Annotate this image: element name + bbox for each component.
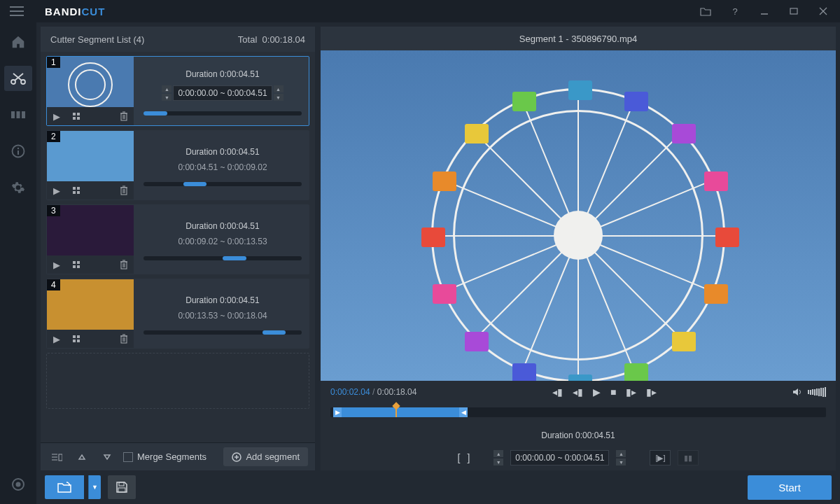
play-icon[interactable]: ▶ [593, 386, 601, 398]
svg-point-15 [16, 482, 21, 487]
open-file-button[interactable] [45, 475, 84, 499]
home-icon[interactable] [4, 29, 32, 55]
timeline-track[interactable]: ▶ ◀ [330, 407, 826, 417]
settings-icon[interactable] [4, 175, 32, 200]
svg-rect-13 [18, 150, 19, 155]
timeline-start-handle[interactable]: ▶ [333, 407, 342, 417]
seg-thumb[interactable]: 4 [47, 279, 134, 330]
list-delete-icon[interactable] [48, 448, 66, 466]
seg-duration: Duration 0:00:04.51 [144, 147, 302, 157]
seg-duration: Duration 0:00:04.51 [144, 69, 302, 79]
range-start-spinner[interactable]: ▲▼ [493, 449, 503, 466]
range-input[interactable]: 0:00:00.00 ~ 0:00:04.51 [510, 450, 609, 465]
segment-placeholder [46, 353, 309, 409]
svg-rect-28 [77, 191, 80, 194]
seg-play-icon[interactable]: ▶ [47, 181, 66, 200]
segment-item[interactable]: 3 ▶ Duration 0:00:04.51 0:00:09.02 ~ 0:0… [46, 204, 309, 274]
maximize-icon[interactable] [780, 0, 808, 22]
move-up-icon[interactable] [73, 448, 91, 466]
set-end-icon[interactable]: ] [467, 452, 470, 463]
app-logo: BANDICUT [45, 6, 105, 18]
close-icon[interactable] [809, 0, 837, 22]
seg-start-spin[interactable]: ▲▼ [162, 85, 172, 102]
record-icon[interactable] [4, 472, 32, 497]
seg-grid-icon[interactable] [66, 107, 86, 125]
segment-duration-label: Duration 0:00:04.51 [321, 426, 836, 445]
seg-delete-icon[interactable] [114, 107, 134, 125]
segment-total-label: Total 0:00:18.04 [238, 34, 305, 45]
prev-keyframe-icon[interactable]: ◂▮ [552, 386, 563, 398]
move-down-icon[interactable] [98, 448, 116, 466]
segment-item[interactable]: 2 ▶ Duration 0:00:04.51 0:00:04.51 ~ 0:0… [46, 130, 309, 200]
seg-range: 0:00:09.02 ~ 0:00:13.53 [144, 237, 302, 246]
seg-grid-icon[interactable] [66, 330, 86, 348]
svg-rect-19 [77, 117, 80, 120]
open-folder-icon[interactable] [692, 0, 720, 22]
video-preview[interactable] [321, 50, 836, 381]
minimize-icon[interactable] [750, 0, 778, 22]
seg-thumb[interactable]: 2 [47, 131, 134, 181]
exclude-range-button[interactable]: ▮▮ [678, 450, 699, 465]
seg-range-input[interactable]: 0:00:00.00 ~ 0:00:04.51 [173, 85, 272, 101]
seg-play-icon[interactable]: ▶ [47, 107, 66, 125]
next-keyframe-icon[interactable]: ▮▸ [646, 386, 657, 398]
play-range-button[interactable]: [▶] [650, 450, 671, 465]
svg-rect-45 [73, 340, 76, 342]
stop-icon[interactable]: ■ [610, 386, 616, 398]
seg-play-icon[interactable]: ▶ [47, 330, 66, 348]
segment-item[interactable]: 1 ▶ Duration 0:00:04.51 ▲▼0:00:00.00 ~ 0… [46, 56, 309, 126]
next-frame-icon[interactable]: ▮▸ [626, 386, 636, 398]
seg-thumb[interactable]: 3 [47, 205, 134, 255]
svg-line-7 [13, 74, 22, 80]
seg-thumb[interactable]: 1 [47, 57, 134, 107]
info-icon[interactable] [4, 139, 32, 164]
seg-duration: Duration 0:00:04.51 [144, 295, 302, 305]
svg-rect-34 [73, 261, 76, 264]
svg-rect-60 [118, 488, 125, 492]
seg-play-icon[interactable]: ▶ [47, 255, 66, 274]
join-icon[interactable] [4, 102, 32, 127]
seg-delete-icon[interactable] [114, 181, 134, 200]
add-segment-button[interactable]: Add segment [223, 447, 308, 466]
volume-control[interactable] [792, 387, 826, 397]
svg-rect-36 [73, 265, 76, 268]
save-button[interactable] [108, 475, 136, 499]
set-start-icon[interactable]: [ [458, 452, 461, 463]
start-button[interactable]: Start [748, 475, 832, 500]
svg-rect-25 [73, 187, 76, 190]
svg-rect-17 [77, 113, 80, 115]
open-dropdown-button[interactable]: ▼ [88, 475, 101, 499]
svg-rect-10 [22, 111, 25, 118]
svg-rect-8 [11, 111, 15, 118]
menu-button[interactable] [3, 0, 31, 22]
svg-rect-29 [121, 188, 127, 195]
timeline-end-handle[interactable]: ◀ [459, 407, 468, 417]
seg-range: 0:00:04.51 ~ 0:00:09.02 [144, 162, 302, 172]
svg-rect-16 [73, 113, 76, 115]
range-end-spinner[interactable]: ▲▼ [616, 449, 626, 466]
help-icon[interactable]: ? [721, 0, 749, 22]
svg-rect-44 [77, 335, 80, 338]
svg-rect-18 [73, 117, 76, 120]
prev-frame-icon[interactable]: ◂▮ [573, 386, 583, 398]
cut-icon[interactable] [4, 66, 32, 91]
playback-time: 0:00:02.04 / 0:00:18.04 [330, 387, 416, 397]
seg-range: 0:00:13.53 ~ 0:00:18.04 [144, 311, 302, 321]
seg-progress [144, 182, 302, 186]
seg-grid-icon[interactable] [66, 181, 86, 200]
segment-item[interactable]: 4 ▶ Duration 0:00:04.51 0:00:13.53 ~ 0:0… [46, 279, 309, 349]
seg-end-spin[interactable]: ▲▼ [274, 85, 284, 102]
svg-line-6 [15, 74, 23, 80]
seg-number: 3 [47, 205, 60, 216]
seg-delete-icon[interactable] [114, 330, 134, 348]
seg-number: 4 [47, 279, 60, 290]
seg-grid-icon[interactable] [66, 255, 86, 274]
merge-segments-checkbox[interactable]: Merge Segments [123, 451, 206, 462]
svg-rect-55 [59, 454, 62, 461]
svg-rect-35 [77, 261, 80, 264]
svg-rect-46 [77, 340, 80, 342]
svg-point-12 [18, 148, 19, 149]
seg-delete-icon[interactable] [114, 255, 134, 274]
svg-rect-37 [77, 265, 80, 268]
segment-list-title: Cutter Segment List (4) [50, 34, 238, 45]
